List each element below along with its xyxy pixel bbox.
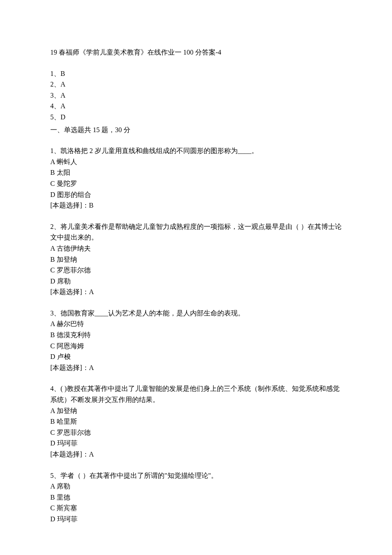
question-stem: 4、( )教授在其著作中提出了儿童智能的发展是他们身上的三个系统（制作系统、知觉… [50,383,342,405]
question-block: 2、将儿童美术看作是帮助确定儿童智力成熟程度的一项指标，这一观点最早是由（ ）在… [50,221,342,298]
question-option: B 太阳 [50,167,342,178]
question-option: A 赫尔巴特 [50,318,342,330]
question-option: A 席勒 [50,481,342,492]
document-page: 19 春福师《学前儿童美术教育》在线作业一 100 分答案-4 1、B 2、A … [0,0,392,555]
question-option: C 曼陀罗 [50,178,342,189]
question-option: D 图形的组合 [50,189,342,200]
question-option: A 蝌蚪人 [50,156,342,168]
question-option: B 哈里斯 [50,416,342,427]
question-option: C 罗恩菲尔德 [50,427,342,438]
answer-key-item: 3、A [50,90,342,101]
document-title: 19 春福师《学前儿童美术教育》在线作业一 100 分答案-4 [50,47,342,58]
question-option: C 罗恩菲尔德 [50,265,342,276]
question-stem: 3、德国教育家____认为艺术是人的本能，是人内部生命的表现。 [50,308,342,319]
question-option: B 加登纳 [50,254,342,265]
question-option: D 席勒 [50,276,342,287]
question-block: 1、凯洛格把 2 岁儿童用直线和曲线组成的不同圆形的图形称为____。 A 蝌蚪… [50,145,342,211]
question-block: 4、( )教授在其著作中提出了儿童智能的发展是他们身上的三个系统（制作系统、知觉… [50,383,342,460]
question-option: A 加登纳 [50,405,342,416]
question-stem: 1、凯洛格把 2 岁儿童用直线和曲线组成的不同圆形的图形称为____。 [50,145,342,156]
question-option: B 德漠克利特 [50,330,342,341]
question-stem: 2、将儿童美术看作是帮助确定儿童智力成熟程度的一项指标，这一观点最早是由（ ）在… [50,221,342,243]
question-block: 3、德国教育家____认为艺术是人的本能，是人内部生命的表现。 A 赫尔巴特 B… [50,308,342,373]
answer-key-item: 4、A [50,101,342,112]
question-option: C 阿恩海姆 [50,341,342,352]
question-answer: [本题选择]：B [50,200,342,211]
question-answer: [本题选择]：A [50,286,342,298]
title-text: 19 春福师《学前儿童美术教育》在线作业一 100 分答案-4 [50,49,221,56]
answer-key-item: 2、A [50,79,342,90]
question-option: A 古德伊纳夫 [50,243,342,254]
question-answer: [本题选择]：A [50,449,342,460]
question-answer: [本题选择]：A [50,362,342,373]
section-header-text: 一、单选题共 15 题，30 分 [50,126,130,133]
question-block: 5、学者（ ）在其著作中提出了所谓的"知觉描绘理论"。 A 席勒 B 里德 C … [50,470,342,525]
question-option: C 斯宾塞 [50,503,342,514]
question-stem: 5、学者（ ）在其著作中提出了所谓的"知觉描绘理论"。 [50,470,342,481]
answer-key-item: 1、B [50,68,342,79]
answer-key-item: 5、D [50,112,342,123]
question-option: D 玛珂菲 [50,438,342,449]
section-header: 一、单选题共 15 题，30 分 [50,124,342,136]
question-option: D 玛珂菲 [50,514,342,525]
question-option: B 里德 [50,492,342,503]
answer-key-block: 1、B 2、A 3、A 4、A 5、D [50,68,342,123]
question-option: D 卢梭 [50,351,342,362]
